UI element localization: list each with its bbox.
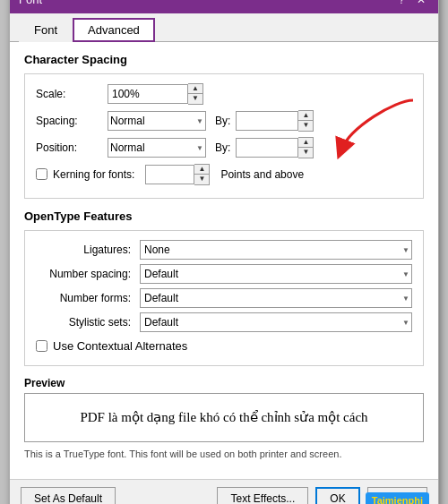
close-button[interactable]: ✕ xyxy=(413,0,429,8)
stylistic-sets-label: Stylistic sets: xyxy=(36,316,134,329)
position-by-spin-up[interactable]: ▲ xyxy=(298,138,313,148)
ok-button[interactable]: OK xyxy=(315,487,359,504)
scale-row: Scale: ▲ ▼ xyxy=(36,83,412,105)
kerning-input[interactable] xyxy=(145,165,194,184)
tab-advanced[interactable]: Advanced xyxy=(73,18,155,42)
preview-text: PDF là một dạng file khó có thể chỉnh sử… xyxy=(80,409,367,425)
spacing-by-spinner: ▲ ▼ xyxy=(236,110,314,132)
stylistic-sets-dropdown[interactable]: Default xyxy=(140,312,412,332)
scale-spin-down[interactable]: ▼ xyxy=(188,94,202,104)
contextual-checkbox[interactable] xyxy=(36,340,47,352)
character-spacing-section: Scale: ▲ ▼ Spacing: Normal By: xyxy=(24,73,424,199)
kerning-row: Kerning for fonts: ▲ ▼ Points and above xyxy=(36,164,412,185)
position-dropdown[interactable]: Normal xyxy=(108,138,206,158)
title-bar-controls: ? ✕ xyxy=(393,0,429,8)
character-spacing-title: Character Spacing xyxy=(24,53,424,66)
ligatures-select-wrapper: None xyxy=(140,240,412,260)
kerning-label: Kerning for fonts: xyxy=(53,168,134,181)
position-by-input[interactable] xyxy=(236,138,298,158)
spacing-dropdown[interactable]: Normal xyxy=(108,111,206,131)
opentype-grid: Ligatures: None Number spacing: Default … xyxy=(36,240,412,332)
spacing-select-wrapper: Normal xyxy=(108,111,206,131)
preview-box: PDF là một dạng file khó có thể chỉnh sử… xyxy=(24,393,424,442)
tab-font[interactable]: Font xyxy=(19,18,73,42)
watermark-text: aimienphi xyxy=(377,495,423,504)
spacing-row: Spacing: Normal By: ▲ ▼ xyxy=(36,110,412,132)
position-by-label: By: xyxy=(215,141,230,154)
points-label: Points and above xyxy=(220,168,304,181)
preview-section: Preview PDF là một dạng file khó có thể … xyxy=(24,377,424,461)
number-forms-dropdown[interactable]: Default xyxy=(140,288,412,308)
spacing-by-spin-up[interactable]: ▲ xyxy=(298,111,313,121)
kerning-spinner: ▲ ▼ xyxy=(145,164,210,185)
opentype-title: OpenType Features xyxy=(24,209,424,223)
position-by-spinner: ▲ ▼ xyxy=(236,137,314,158)
title-bar: Font ? ✕ xyxy=(10,0,438,13)
contextual-label: Use Contextual Alternates xyxy=(53,339,187,353)
dialog-content: Character Spacing Scale: ▲ ▼ Spacing: No… xyxy=(10,42,438,479)
position-select-wrapper: Normal xyxy=(108,138,206,158)
font-dialog: Font ? ✕ Font Advanced Character Spacing… xyxy=(9,0,439,504)
tab-bar: Font Advanced xyxy=(10,13,438,42)
scale-label: Scale: xyxy=(36,88,108,100)
opentype-box: Ligatures: None Number spacing: Default … xyxy=(24,230,424,366)
set-default-button[interactable]: Set As Default xyxy=(21,487,116,504)
position-row: Position: Normal By: ▲ ▼ xyxy=(36,137,412,158)
number-spacing-dropdown[interactable]: Default xyxy=(140,264,412,284)
number-spacing-select-wrapper: Default xyxy=(140,264,412,284)
contextual-row: Use Contextual Alternates xyxy=(36,339,412,353)
preview-label: Preview xyxy=(24,377,424,389)
number-forms-select-wrapper: Default xyxy=(140,288,412,308)
kerning-spin-up[interactable]: ▲ xyxy=(194,165,209,175)
ligatures-label: Ligatures: xyxy=(36,243,134,256)
kerning-spin-down[interactable]: ▼ xyxy=(194,175,209,184)
help-button[interactable]: ? xyxy=(393,0,409,8)
preview-note: This is a TrueType font. This font will … xyxy=(24,448,424,461)
text-effects-button[interactable]: Text Effects... xyxy=(217,487,308,504)
position-by-spin-down[interactable]: ▼ xyxy=(298,148,313,158)
scale-input[interactable] xyxy=(108,84,188,104)
opentype-section: OpenType Features Ligatures: None Number… xyxy=(24,209,424,366)
spacing-by-input[interactable] xyxy=(236,111,298,131)
scale-spin-up[interactable]: ▲ xyxy=(188,84,202,94)
dialog-title: Font xyxy=(19,0,42,6)
watermark: Taimienphi xyxy=(366,492,429,504)
spacing-by-label: By: xyxy=(215,115,230,127)
stylistic-sets-select-wrapper: Default xyxy=(140,312,412,332)
spacing-label: Spacing: xyxy=(36,115,108,127)
number-forms-label: Number forms: xyxy=(36,292,134,304)
number-spacing-label: Number spacing: xyxy=(36,268,134,280)
ligatures-dropdown[interactable]: None xyxy=(140,240,412,260)
spacing-by-spin-down[interactable]: ▼ xyxy=(298,121,313,131)
position-label: Position: xyxy=(36,141,108,154)
kerning-checkbox[interactable] xyxy=(36,168,47,180)
